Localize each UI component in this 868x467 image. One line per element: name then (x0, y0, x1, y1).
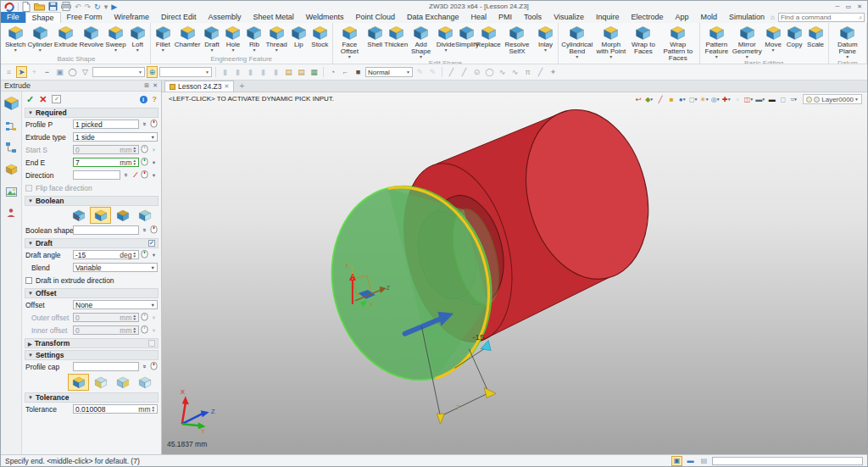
line-style-select[interactable]: Normal▼ (365, 67, 413, 77)
dropdown-caret-icon[interactable]: ▼ (705, 97, 709, 102)
restore-button[interactable]: ▭ (846, 3, 852, 10)
ribbon-button-copy[interactable]: Copy (784, 24, 805, 48)
open-file-icon[interactable] (34, 2, 45, 12)
drag-handle-icon[interactable]: ≡ (3, 66, 14, 78)
pick-entity-icon[interactable] (150, 225, 158, 236)
ribbon-button-thread[interactable]: Thread▾ (264, 24, 287, 53)
layer-selector[interactable]: Layer0000▼ (803, 94, 862, 104)
profile-cap-input[interactable] (73, 362, 139, 371)
boolean-mode-option-4[interactable] (134, 207, 155, 224)
line-tool-icon[interactable]: ╱ (446, 66, 457, 78)
section-toggle-icon[interactable]: ▼ (28, 198, 33, 203)
ribbon-button-move[interactable]: Move▾ (763, 24, 784, 53)
profile-p-input[interactable]: 1 picked (73, 120, 139, 129)
input-mode-icon[interactable]: ▣ (671, 456, 682, 466)
checkbox[interactable] (25, 277, 32, 284)
dropdown-caret-icon[interactable]: ▼ (727, 97, 732, 102)
spinner[interactable]: ▲▼ (133, 147, 136, 153)
ribbon-button-morph-with-point[interactable]: Morph with Point▾ (594, 24, 629, 59)
ribbon-button-shell[interactable]: Shell (364, 24, 386, 48)
pick-list-select[interactable]: ▼ (159, 67, 212, 77)
close-button[interactable]: ✕ (857, 3, 862, 10)
profile-cap-mode-option-3[interactable] (112, 374, 133, 391)
ribbon-button-cylinder[interactable]: Cylinder▾ (26, 24, 53, 53)
regen-icon[interactable]: ↻ (94, 2, 101, 12)
ribbon-button-hole[interactable]: Hole▾ (222, 24, 243, 53)
insert-image-icon[interactable]: ▣ (54, 66, 65, 78)
ribbon-button-inlay[interactable]: Inlay▾ (535, 24, 556, 53)
pick-entity-icon[interactable] (141, 249, 148, 260)
dropdown-caret-icon[interactable]: ▼ (150, 160, 158, 165)
ribbon-button-datum-plane[interactable]: Datum Plane▾ (831, 24, 865, 59)
background-icon[interactable]: ▬ (767, 94, 776, 104)
ribbon-button-mirror-geometry[interactable]: Mirror Geometry▾ (732, 24, 763, 59)
shaded-box-icon[interactable]: ■ (667, 94, 676, 104)
ribbon-button-replace[interactable]: Replace (477, 24, 498, 48)
apply-button[interactable]: ✓ (52, 95, 61, 103)
boolean-mode-option-2[interactable] (90, 207, 111, 224)
distance-drag-arrow-b[interactable] (484, 387, 496, 398)
shape-box-icon[interactable] (5, 163, 18, 179)
section-header-draft[interactable]: ▼Draft✓ (25, 238, 159, 248)
ribbon-button-revolve[interactable]: Revolve (78, 24, 104, 48)
ribbon-button-wrap-pattern-to-faces[interactable]: Wrap Pattern to Faces (659, 24, 698, 62)
new-file-icon[interactable] (22, 2, 31, 12)
minimize-button[interactable]: ─ (836, 3, 840, 10)
boolean-shapes-input[interactable] (73, 225, 139, 235)
arc-tool-icon[interactable]: ◯ (484, 66, 495, 78)
distance-drag-arrow-a[interactable] (437, 414, 444, 424)
ribbon-button-lip[interactable]: Lip (288, 24, 309, 48)
snap-point-icon[interactable]: ▮ (220, 66, 231, 78)
bookmark-icon[interactable]: ◫▼ (744, 94, 754, 104)
display-mode-icon[interactable]: ●▼ (678, 94, 687, 104)
ribbon-button-resolve-selfx[interactable]: Resolve SelfX (499, 24, 535, 55)
ribbon-button-cylindrical-bend[interactable]: Cylindrical Bend▾ (560, 24, 593, 59)
remove-entity-icon[interactable]: − (42, 66, 53, 78)
brush-icon[interactable]: ╱ (656, 94, 665, 104)
profile-cap-mode-option-1[interactable] (68, 374, 89, 391)
play-icon[interactable]: ▶ (111, 2, 117, 12)
panel-dock-icon[interactable]: ⊞ (144, 82, 149, 89)
print-icon[interactable] (61, 2, 71, 12)
section-toggle-icon[interactable]: ▼ (28, 110, 33, 115)
section-checkbox[interactable]: ✓ (148, 240, 155, 247)
folder-a-icon[interactable]: ▤ (283, 66, 294, 78)
dropdown-caret-icon[interactable]: ▾ (772, 48, 775, 53)
section-header-settings[interactable]: ▼Settings (25, 350, 159, 360)
dropdown-caret-icon[interactable]: ▼ (761, 97, 765, 102)
dropdown-caret-icon[interactable]: ▼ (854, 97, 859, 102)
offset-select[interactable]: None▼ (73, 300, 158, 309)
ribbon-button-loft[interactable]: Loft▾ (127, 24, 148, 53)
dropdown-caret-icon[interactable]: ▾ (275, 48, 278, 53)
brackets-icon[interactable]: ⌐ (340, 66, 351, 78)
menu-tab-direct-edit[interactable]: Direct Edit (155, 12, 203, 23)
document-tab[interactable]: Lesson 24.Z3 ✕ (164, 81, 234, 92)
snap-quad-icon[interactable]: ▮ (258, 66, 269, 78)
spinner[interactable]: ▲▼ (152, 406, 155, 413)
menu-tab-data-exchange[interactable]: Data Exchange (401, 12, 465, 23)
ribbon-button-divide[interactable]: Divide▾ (435, 24, 456, 53)
dropdown-caret-icon[interactable]: ▼ (406, 69, 410, 75)
section-toggle-icon[interactable]: ▶ (28, 341, 32, 347)
menu-tab-shape[interactable]: Shape (25, 12, 61, 23)
home-icon[interactable]: ⌂ (771, 14, 775, 21)
status-input[interactable] (712, 457, 863, 465)
filter-icon[interactable]: ▽ (80, 66, 91, 78)
folder-b-icon[interactable]: ▤ (296, 66, 307, 78)
menu-tab-app[interactable]: App (670, 12, 695, 23)
dropdown-caret-icon[interactable]: ▼ (694, 97, 698, 102)
save-icon[interactable] (48, 2, 58, 12)
menu-tab-inquire[interactable]: Inquire (590, 12, 626, 23)
align-plane-icon[interactable]: ▫ (733, 94, 743, 104)
section-toggle-icon[interactable]: ▼ (28, 395, 33, 400)
monitor-icon[interactable]: ▬ (685, 456, 696, 466)
polyline-tool-icon[interactable]: ╱ (459, 66, 470, 78)
dropdown-caret-icon[interactable]: ▼ (793, 97, 798, 102)
expand-chevron-icon[interactable]: » (141, 120, 148, 128)
menu-tab-wireframe[interactable]: Wireframe (108, 12, 156, 23)
tolerance-input[interactable]: 0.010008mm▲▼ (73, 404, 158, 414)
pick-target-icon[interactable]: ◆▼ (645, 94, 654, 104)
exit-input-icon[interactable]: ↩ (634, 94, 643, 104)
boolean-mode-option-1[interactable] (68, 207, 89, 224)
preview-image-icon[interactable] (6, 185, 17, 200)
